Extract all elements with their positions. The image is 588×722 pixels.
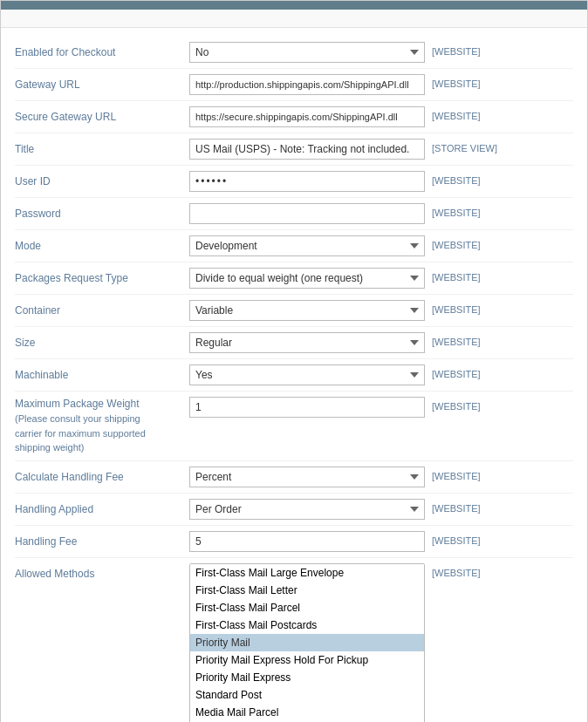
label-machinable: Machinable	[15, 364, 189, 383]
scope-handling_fee: [WEBSITE]	[432, 531, 481, 546]
multiselect-allowed_methods[interactable]: First-Class Mail Large EnvelopeFirst-Cla…	[189, 563, 425, 722]
label-mode: Mode	[15, 235, 189, 254]
form-row-mode: ModeDevelopmentProduction[WEBSITE]	[15, 230, 573, 262]
scope-packages_request_type: [WEBSITE]	[432, 268, 481, 283]
label-allowed_methods: Allowed Methods	[15, 563, 189, 582]
label-password: Password	[15, 203, 189, 221]
notice-bar	[1, 10, 587, 28]
label-title: Title	[15, 139, 189, 157]
form-row-user_id: User ID[WEBSITE]	[15, 166, 573, 198]
usps-window: Enabled for CheckoutNoYes[WEBSITE]Gatewa…	[0, 0, 588, 722]
form-row-calculate_handling_fee: Calculate Handling FeePercentFixed[WEBSI…	[15, 461, 573, 494]
label-max_package_weight: Maximum Package Weight(Please consult yo…	[15, 397, 189, 455]
form-row-password: Password[WEBSITE]	[15, 198, 573, 230]
scope-gateway_url: [WEBSITE]	[432, 74, 481, 89]
input-secure_gateway_url[interactable]	[189, 106, 425, 127]
scope-enabled_for_checkout: [WEBSITE]	[432, 42, 481, 57]
label-handling_applied: Handling Applied	[15, 499, 189, 517]
control-wrap-enabled_for_checkout: NoYes[WEBSITE]	[189, 42, 573, 63]
form-row-packages_request_type: Packages Request TypeDivide to equal wei…	[15, 262, 573, 295]
control-wrap-user_id: [WEBSITE]	[189, 171, 573, 192]
form-row-machinable: MachinableYesNo[WEBSITE]	[15, 359, 573, 392]
form-row-container: ContainerVariableFlat Rate BoxFlat Rate …	[15, 295, 573, 327]
form-row-title: Title[STORE VIEW]	[15, 133, 573, 166]
select-packages_request_type[interactable]: Divide to equal weight (one request)Each…	[189, 268, 425, 289]
control-wrap-secure_gateway_url: [WEBSITE]	[189, 106, 573, 127]
scope-password: [WEBSITE]	[432, 203, 481, 218]
label-secure_gateway_url: Secure Gateway URL	[15, 106, 189, 125]
input-password[interactable]	[189, 203, 425, 224]
form-row-max_package_weight: Maximum Package Weight(Please consult yo…	[15, 392, 573, 461]
control-wrap-size: RegularLarge[WEBSITE]	[189, 332, 573, 353]
label-container: Container	[15, 300, 189, 318]
select-size[interactable]: RegularLarge	[189, 332, 425, 353]
control-wrap-container: VariableFlat Rate BoxFlat Rate Envelope[…	[189, 300, 573, 321]
scope-handling_applied: [WEBSITE]	[432, 499, 481, 514]
form-row-enabled_for_checkout: Enabled for CheckoutNoYes[WEBSITE]	[15, 37, 573, 69]
control-wrap-packages_request_type: Divide to equal weight (one request)Each…	[189, 268, 573, 289]
scope-title: [STORE VIEW]	[432, 139, 497, 153]
form-row-handling_applied: Handling AppliedPer OrderPer Package[WEB…	[15, 494, 573, 526]
form-row-size: SizeRegularLarge[WEBSITE]	[15, 327, 573, 359]
label-handling_fee: Handling Fee	[15, 531, 189, 549]
input-title[interactable]	[189, 139, 425, 160]
scope-calculate_handling_fee: [WEBSITE]	[432, 467, 481, 481]
multiselect-wrap-allowed_methods: First-Class Mail Large EnvelopeFirst-Cla…	[189, 563, 425, 722]
form-row-secure_gateway_url: Secure Gateway URL[WEBSITE]	[15, 101, 573, 133]
control-wrap-allowed_methods: First-Class Mail Large EnvelopeFirst-Cla…	[189, 563, 573, 722]
control-wrap-calculate_handling_fee: PercentFixed[WEBSITE]	[189, 467, 573, 487]
select-mode[interactable]: DevelopmentProduction	[189, 235, 425, 256]
form-table: Enabled for CheckoutNoYes[WEBSITE]Gatewa…	[1, 28, 587, 722]
form-row-allowed_methods: Allowed MethodsFirst-Class Mail Large En…	[15, 558, 573, 722]
form-row-handling_fee: Handling Fee[WEBSITE]	[15, 526, 573, 558]
control-wrap-handling_applied: Per OrderPer Package[WEBSITE]	[189, 499, 573, 520]
control-wrap-gateway_url: [WEBSITE]	[189, 74, 573, 95]
control-wrap-title: [STORE VIEW]	[189, 139, 573, 160]
input-gateway_url[interactable]	[189, 74, 425, 95]
input-max_package_weight[interactable]	[189, 397, 425, 418]
scope-allowed_methods: [WEBSITE]	[432, 563, 481, 578]
label-size: Size	[15, 332, 189, 351]
select-handling_applied[interactable]: Per OrderPer Package	[189, 499, 425, 520]
control-wrap-max_package_weight: [WEBSITE]	[189, 397, 573, 418]
control-wrap-handling_fee: [WEBSITE]	[189, 531, 573, 552]
scope-mode: [WEBSITE]	[432, 235, 481, 250]
control-wrap-mode: DevelopmentProduction[WEBSITE]	[189, 235, 573, 256]
label-packages_request_type: Packages Request Type	[15, 268, 189, 286]
input-handling_fee[interactable]	[189, 531, 425, 552]
select-container[interactable]: VariableFlat Rate BoxFlat Rate Envelope	[189, 300, 425, 321]
select-enabled_for_checkout[interactable]: NoYes	[189, 42, 425, 63]
control-wrap-machinable: YesNo[WEBSITE]	[189, 364, 573, 385]
label-enabled_for_checkout: Enabled for Checkout	[15, 42, 189, 60]
scope-machinable: [WEBSITE]	[432, 364, 481, 379]
control-wrap-password: [WEBSITE]	[189, 203, 573, 224]
scope-secure_gateway_url: [WEBSITE]	[432, 106, 481, 121]
label-user_id: User ID	[15, 171, 189, 189]
scope-user_id: [WEBSITE]	[432, 171, 481, 186]
title-bar	[1, 1, 587, 10]
label-calculate_handling_fee: Calculate Handling Fee	[15, 467, 189, 485]
input-user_id[interactable]	[189, 171, 425, 192]
select-calculate_handling_fee[interactable]: PercentFixed	[189, 467, 425, 487]
scope-max_package_weight: [WEBSITE]	[432, 397, 481, 412]
select-machinable[interactable]: YesNo	[189, 364, 425, 385]
scope-size: [WEBSITE]	[432, 332, 481, 347]
scope-container: [WEBSITE]	[432, 300, 481, 315]
label-gateway_url: Gateway URL	[15, 74, 189, 92]
form-row-gateway_url: Gateway URL[WEBSITE]	[15, 69, 573, 101]
